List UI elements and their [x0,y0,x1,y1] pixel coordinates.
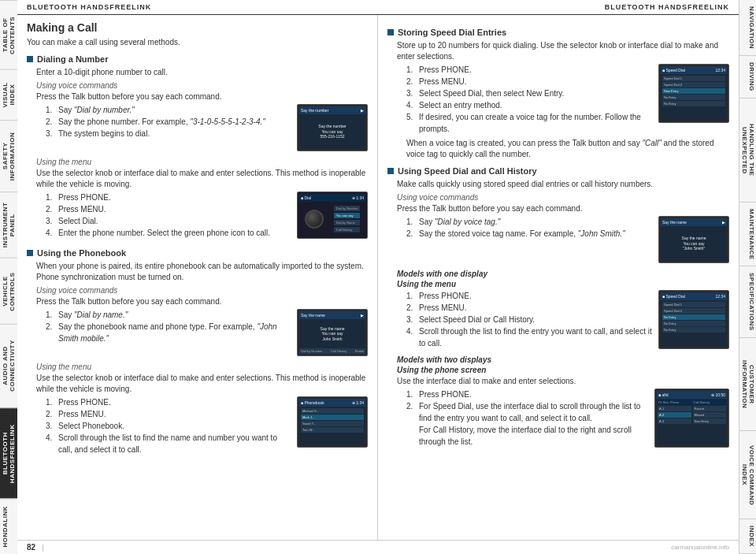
header-right-title: BLUETOOTH HANDSFREELINK [605,3,729,11]
phonebook-screen-body: Michael S... Mark J... Sarah T... Tom W.… [299,407,365,445]
dialing-menu-body: Use the selector knob or interface dial … [36,168,368,190]
page-header: BLUETOOTH HANDSFREELINK BLUETOOTH HANDSF… [17,0,739,15]
list-item: 3. Select Phonebook. [46,420,291,432]
dial-voice-screen: Say the number ▶ Say the numberYou can s… [297,104,368,151]
tab-table-of-contents[interactable]: TABLE OF CONTENTS [0,0,17,69]
phonebook-menu-label: Using the menu [36,363,368,371]
tab-safety-information[interactable]: SAFETY INFORMATION [0,120,17,191]
tab-instrument-panel[interactable]: INSTRUMENT PANEL [0,191,17,258]
tab-customer-information[interactable]: CUSTOMER INFORMATION [739,338,757,431]
models-two-body: Use the interface dial to make and enter… [397,376,729,387]
tab-visual-index[interactable]: VISUAL INDEX [0,69,17,120]
list-item: 2. Say the phonebook name and phone type… [46,321,291,344]
phonebook-voice-with-img: Say the name ▶ Say the nameYou can sayJo… [36,309,368,359]
tab-navigation[interactable]: NAVIGATION [739,0,757,56]
list-item: 4. Scroll through the list to find the e… [406,325,652,349]
right-column: Storing Speed Dial Entries Store up to 2… [378,15,739,540]
models-one-with-img: ■ Speed Dial 12:34 Speed Dial 1 Speed Di… [397,290,729,352]
phonebook-intro: When your phone is paired, its entire ph… [36,261,368,283]
screen-header: Say the name ▶ [661,218,727,226]
phonebook-voice-screen: Say the name ▶ Say the nameYou can sayJo… [297,309,368,356]
left-column: Making a Call You can make a call using … [17,15,378,540]
tab-handling-unexpected[interactable]: HANDLING THE UNEXPECTED [739,99,757,203]
screen-row: No Entry [662,101,725,106]
screen-row-active: Mark J... [301,415,364,420]
screen-body: Say the nameYou can say"John Smith" [661,226,727,261]
speed-dial-one-screen: ■ Speed Dial 12:34 Speed Dial 1 Speed Di… [658,290,729,349]
list-item: 4. Scroll through the list to find the n… [46,432,291,455]
models-two-with-img: ■ afid ⊕ 10:50 Fit She: Phone A-1 A-2 A-… [397,389,729,451]
screen-header: ■ Speed Dial 12:34 [661,66,727,74]
using-menu-label: Using the menu [397,280,729,288]
speed-dial-one-body: Speed Dial 1 Speed Dial 2 No Entry No En… [661,300,727,347]
screen-body: Say the nameYou can sayJohn Smith [299,319,365,348]
screen-row: New Entry [693,418,727,424]
dialing-intro: Enter a 10-digit phone number to call. U… [36,67,368,242]
using-speed-voice-body: Press the Talk button before you say eac… [397,203,729,214]
tab-index[interactable]: INDEX [739,519,757,554]
menu-item: Dial by Number [334,206,361,211]
tab-driving[interactable]: DRIVING [739,56,757,99]
screen-text: Say the numberYou can say555-216-1152 [318,124,346,139]
screen-row: No Entry [662,321,725,326]
screen-row: Recent [693,406,727,411]
screen-row: Missed [693,412,727,418]
list-item: 2. Press MENU. [46,408,291,420]
list-item: 1. Press PHONE. [406,389,648,400]
storing-speed-with-img: ■ Speed Dial 12:34 Speed Dial 1 Speed Di… [397,64,729,138]
header-left-title: BLUETOOTH HANDSFREELINK [27,3,151,11]
section-dialing-number: Dialing a Number [27,54,368,64]
list-item: 3. Select Speed Dial or Call History. [406,314,652,325]
speed-dial-body: Speed Dial 1 Speed Dial 2 New Entry No E… [661,74,727,121]
phonebook-subsection: When your phone is paired, its entire ph… [36,261,368,459]
screen-row: Speed Dial 1 [662,76,725,81]
screen-row-active: No Entry [662,314,725,320]
section-phonebook: Using the Phonebook [27,248,368,258]
phonebook-menu-with-img: ■ Phonebook ⊕ 1:34 Michael S... Mark J..… [36,396,368,459]
section-storing-speed: Storing Speed Dial Entries [387,28,729,37]
list-item: 1. Press PHONE. [46,191,291,203]
list-item: 2. Press MENU. [406,302,652,314]
list-item: 3. Select Dial. [46,215,291,227]
pipe-separator: | [42,544,43,552]
list-item: 4. Select an entry method. [406,99,652,111]
screen-footer: Dial by Number Call History Redial [299,348,365,354]
knob-icon [305,210,324,229]
screen-text: Say the nameYou can say"John Smith" [682,236,706,251]
page-footer: 82 | carmanualonline.info [17,540,739,554]
tab-hondalink[interactable]: HONDALINK [0,499,17,554]
tab-maintenance[interactable]: MAINTENANCE [739,203,757,267]
screen-row: Speed Dial 2 [662,82,725,87]
screen-text: Say the nameYou can sayJohn Smith [321,326,345,342]
tab-audio-connectivity[interactable]: AUDIO AND CONNECTIVITY [0,324,17,407]
menu-item: Dial by Name [334,220,361,225]
list-item: 2. For Speed Dial, use the interface dia… [406,400,648,448]
tab-vehicle-controls[interactable]: VEHICLE CONTROLS [0,258,17,325]
dial-menu-screen: ■ Dial ⊕ 1:34 Dial by Number You can say… [297,191,368,239]
voice-commands-with-img: Say the number ▶ Say the numberYou can s… [36,104,368,154]
using-speed-voice-with-img: Say the name ▶ Say the nameYou can say"J… [397,216,729,266]
speed-dial-screen: ■ Speed Dial 12:34 Speed Dial 1 Speed Di… [658,64,729,123]
models-two-label: Models with two displays [397,355,729,364]
tab-specifications[interactable]: SPECIFICATIONS [739,266,757,338]
right-pane: Call History Recent Missed New Entry [692,399,728,445]
list-item: 3. The system begins to dial. [46,128,291,139]
speed-dial-two-body: Fit She: Phone A-1 A-2 A-3 Call History … [657,399,727,445]
tab-voice-command-index[interactable]: VOICE COMMAND INDEX [739,431,757,519]
list-item: 1. Say "Dial by voice tag." [406,216,652,228]
screen-row: A-1 [658,406,691,411]
pane-header: Fit She: Phone [658,400,691,405]
bullet-icon [387,29,394,35]
page-number: 82 [27,543,35,552]
speed-dial-two-screen: ■ afid ⊕ 10:50 Fit She: Phone A-1 A-2 A-… [654,389,729,448]
list-item: 1. Press PHONE. [406,64,652,76]
dial-menu-list: Dial by Number You can say Dial by Name … [334,206,361,232]
tab-bluetooth-handsfreelink[interactable]: BLUETOOTH HANDSFREELINK [0,407,17,499]
list-item: 1. Say "Dial by name." [46,309,291,321]
using-phone-screen-label: Using the phone screen [397,366,729,374]
dial-screen-header: ■ Dial ⊕ 1:34 [299,194,365,202]
left-tab-bar: TABLE OF CONTENTS VISUAL INDEX SAFETY IN… [0,0,17,554]
list-item: 5. If desired, you can create a voice ta… [406,111,652,135]
dialing-voice-commands-label: Using voice commands [36,81,368,90]
section-using-speed-dial: Using Speed Dial and Call History [387,166,729,176]
